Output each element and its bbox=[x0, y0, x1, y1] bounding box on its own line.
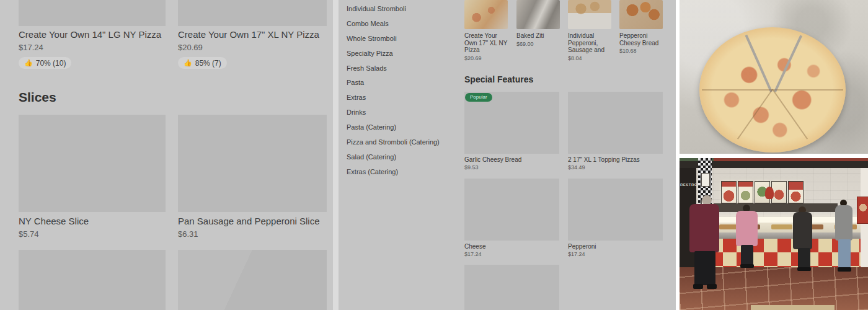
special-feature-card[interactable]: Cheese $17.24 bbox=[464, 179, 559, 257]
featured-card[interactable]: Individual Pepperoni, Sausage and … $8.0… bbox=[568, 0, 611, 61]
restroom-sign: RESTRO bbox=[680, 183, 696, 187]
menu-item-name: Pan Sausage and Pepperoni Slice bbox=[178, 216, 327, 226]
featured-item-price: $20.69 bbox=[464, 55, 508, 61]
restaurant-photo-interior: RESTRO bbox=[680, 158, 868, 310]
nav-item-pizza-stromboli-catering[interactable]: Pizza and Stromboli (Catering) bbox=[347, 135, 464, 149]
featured-item-price: $69.00 bbox=[516, 41, 560, 47]
category-nav: Individual Stromboli Combo Meals Whole S… bbox=[347, 1, 464, 179]
nav-item-combo-meals[interactable]: Combo Meals bbox=[347, 16, 464, 31]
featured-card[interactable]: Create Your Own 17" XL NY Pizza $20.69 bbox=[464, 0, 508, 61]
category-and-features-panel: Individual Stromboli Combo Meals Whole S… bbox=[339, 0, 676, 310]
nav-item-extras[interactable]: Extras bbox=[347, 90, 464, 105]
column-light bbox=[701, 173, 710, 187]
menu-item-price: $17.24 bbox=[19, 43, 166, 52]
restaurant-photo-pizza bbox=[680, 0, 868, 154]
special-item-name: 2 17" XL 1 Topping Pizzas bbox=[568, 156, 663, 163]
display-food bbox=[771, 224, 792, 229]
rating-value: 85% (7) bbox=[195, 59, 221, 68]
pizza-cut-gap bbox=[774, 35, 802, 92]
special-item-name: Cheese bbox=[464, 243, 559, 250]
menu-card[interactable]: Pan Sausage and Pepperoni Slice $6.31 bbox=[178, 115, 327, 239]
nav-item-pasta[interactable]: Pasta bbox=[347, 75, 464, 90]
nav-item-salad-catering[interactable]: Salad (Catering) bbox=[347, 149, 464, 164]
wall-poster bbox=[857, 197, 868, 224]
menu-board-panel bbox=[788, 181, 804, 203]
thumbs-up-icon: 👍 bbox=[184, 60, 192, 66]
featured-item-name: Pepperoni Cheesy Bread bbox=[619, 32, 663, 46]
nav-item-extras-catering[interactable]: Extras (Catering) bbox=[347, 164, 464, 179]
nav-item-individual-stromboli[interactable]: Individual Stromboli bbox=[347, 1, 464, 16]
nav-item-specialty-pizza[interactable]: Specialty Pizza bbox=[347, 46, 464, 61]
food-thumbnail bbox=[464, 0, 508, 29]
nav-item-fresh-salads[interactable]: Fresh Salads bbox=[347, 61, 464, 76]
menu-item-price: $5.74 bbox=[19, 229, 166, 239]
rating-value: 70% (10) bbox=[36, 59, 66, 68]
menu-item-image-placeholder bbox=[464, 179, 559, 241]
special-feature-card[interactable]: 2 17" XL 1 Topping Pizzas $34.49 bbox=[568, 92, 663, 170]
display-food bbox=[719, 224, 738, 229]
floor-mat bbox=[751, 305, 835, 310]
red-decoration bbox=[765, 187, 774, 199]
menu-item-name: NY Cheese Slice bbox=[19, 216, 166, 226]
special-item-price: $17.24 bbox=[568, 251, 663, 257]
special-feature-card[interactable]: Popular Garlic Cheesy Bread $9.53 bbox=[464, 92, 559, 170]
menu-item-image-placeholder bbox=[568, 92, 663, 154]
cheese-pizza-image bbox=[699, 27, 846, 153]
featured-card[interactable]: Pepperoni Cheesy Bread $10.68 bbox=[619, 0, 663, 54]
nav-item-pasta-catering[interactable]: Pasta (Catering) bbox=[347, 120, 464, 135]
menu-board-row bbox=[721, 181, 804, 203]
restaurant-menu-page: Create Your Own 14" LG NY Pizza $17.24 👍… bbox=[0, 0, 868, 310]
menu-item-image-placeholder bbox=[568, 179, 663, 241]
menu-item-price: $20.69 bbox=[178, 43, 327, 52]
menu-item-name: Create Your Own 17" XL NY Pizza bbox=[178, 29, 327, 40]
menu-item-image-placeholder bbox=[19, 115, 166, 212]
food-thumbnail bbox=[568, 0, 611, 29]
rating-badge: 👍 85% (7) bbox=[178, 57, 227, 69]
menu-item-image-placeholder[interactable] bbox=[464, 265, 559, 310]
featured-item-name: Baked Ziti bbox=[516, 32, 560, 40]
menu-card[interactable]: Create Your Own 14" LG NY Pizza $17.24 👍… bbox=[19, 0, 166, 69]
menu-item-image-placeholder bbox=[19, 0, 166, 26]
featured-card[interactable]: Baked Ziti $69.00 bbox=[516, 0, 560, 47]
menu-item-image-placeholder bbox=[178, 115, 327, 212]
special-item-price: $9.53 bbox=[464, 164, 559, 170]
food-thumbnail bbox=[516, 0, 560, 29]
featured-item-price: $10.68 bbox=[619, 48, 663, 54]
menu-item-image-placeholder[interactable] bbox=[178, 250, 327, 310]
special-item-name: Garlic Cheesy Bread bbox=[464, 156, 559, 163]
panel-divider bbox=[333, 0, 339, 310]
food-thumbnail bbox=[619, 0, 663, 29]
section-heading-special-features: Special Features bbox=[464, 74, 533, 84]
menu-card[interactable]: NY Cheese Slice $5.74 bbox=[19, 115, 166, 239]
special-feature-card[interactable]: Pepperoni $17.24 bbox=[568, 179, 663, 257]
menu-board-panel bbox=[738, 181, 753, 203]
pizza-cut-gap bbox=[745, 35, 772, 92]
menu-item-name: Create Your Own 14" LG NY Pizza bbox=[19, 29, 166, 40]
menu-item-image-placeholder bbox=[178, 0, 327, 26]
pizza-cut-line bbox=[772, 89, 808, 139]
featured-item-name: Create Your Own 17" XL NY Pizza bbox=[464, 32, 508, 54]
menu-item-image-placeholder[interactable] bbox=[19, 250, 166, 310]
special-item-price: $34.49 bbox=[568, 164, 663, 170]
featured-item-name: Individual Pepperoni, Sausage and … bbox=[568, 32, 611, 54]
nav-item-whole-stromboli[interactable]: Whole Stromboli bbox=[347, 31, 464, 46]
menu-item-price: $6.31 bbox=[178, 229, 327, 239]
rating-badge: 👍 70% (10) bbox=[19, 57, 71, 69]
menu-items-panel: Create Your Own 14" LG NY Pizza $17.24 👍… bbox=[0, 0, 333, 310]
pizza-cut-line bbox=[737, 89, 773, 139]
nav-item-drinks[interactable]: Drinks bbox=[347, 105, 464, 120]
special-item-name: Pepperoni bbox=[568, 243, 663, 250]
menu-card[interactable]: Create Your Own 17" XL NY Pizza $20.69 👍… bbox=[178, 0, 327, 69]
thumbs-up-icon: 👍 bbox=[24, 60, 33, 66]
featured-item-price: $8.04 bbox=[568, 55, 611, 61]
section-heading-slices: Slices bbox=[19, 90, 56, 105]
popular-badge: Popular bbox=[465, 93, 492, 102]
back-counter bbox=[714, 203, 838, 212]
menu-board-panel bbox=[721, 181, 737, 203]
special-item-price: $17.24 bbox=[464, 251, 559, 257]
